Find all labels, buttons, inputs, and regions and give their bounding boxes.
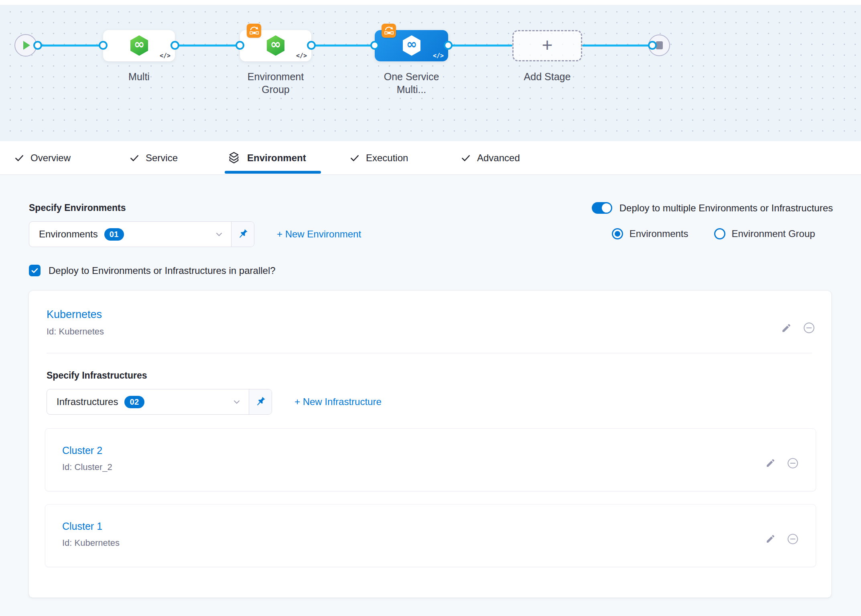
pipeline-edge [175, 45, 240, 47]
edit-pencil-button[interactable] [766, 534, 776, 544]
svg-text:∞: ∞ [270, 36, 281, 52]
remove-minus-button[interactable] [787, 457, 799, 469]
multi-deploy-loop-badge-icon [382, 24, 396, 38]
check-icon [14, 153, 24, 163]
tab-label: Advanced [477, 152, 520, 164]
toggle-knob [602, 203, 611, 213]
stage-card-environment-group[interactable]: ∞ </> [240, 30, 311, 61]
count-badge: 02 [124, 396, 144, 408]
environment-info: Kubernetes Id: Kubernetes [47, 308, 104, 337]
environment-layers-icon [227, 151, 241, 165]
check-icon [349, 153, 360, 163]
stage-label: One Service Multi... [375, 70, 448, 96]
deploy-parallel-checkbox-label: Deploy to Environments or Infrastructure… [49, 265, 276, 276]
specify-infrastructures-heading: Specify Infrastructures [47, 370, 831, 381]
infrastructure-card-cluster-2: Cluster 2 Id: Cluster_2 [45, 428, 816, 491]
infrastructures-select: Infrastructures 02 [47, 389, 272, 415]
infrastructure-name-link[interactable]: Cluster 2 [62, 445, 112, 456]
pipeline-edge [311, 45, 375, 47]
add-stage-button[interactable]: + [512, 30, 582, 61]
svg-text:∞: ∞ [134, 36, 144, 52]
check-icon [129, 153, 140, 163]
chevron-down-icon [232, 397, 242, 407]
environments-select: Environments 01 [29, 221, 254, 247]
pipeline-stage-page: ∞ </> Multi ∞ [0, 0, 861, 616]
deploy-parallel-checkbox[interactable] [29, 265, 41, 276]
connector-port [236, 41, 244, 50]
tab-label: Overview [30, 152, 71, 164]
tab-label: Service [146, 152, 178, 164]
harness-cd-icon: ∞ [402, 35, 421, 58]
tab-service[interactable]: Service [129, 141, 178, 174]
pencil-icon [766, 458, 776, 468]
connector-port [33, 41, 42, 50]
new-infrastructure-link[interactable]: + New Infrastructure [294, 396, 382, 407]
select-value-label: Infrastructures [57, 396, 118, 407]
environment-name-link[interactable]: Kubernetes [47, 308, 104, 321]
tab-execution[interactable]: Execution [349, 141, 408, 174]
infrastructure-id: Id: Kubernetes [62, 538, 120, 548]
multi-deploy-toggle[interactable] [592, 202, 612, 214]
tab-label: Execution [366, 152, 408, 164]
tab-environment[interactable]: Environment [227, 141, 306, 174]
tab-advanced[interactable]: Advanced [461, 141, 520, 174]
divider [47, 353, 812, 353]
yaml-code-icon: </> [160, 52, 171, 59]
minus-circle-icon [803, 322, 815, 334]
tab-label: Environment [247, 152, 306, 164]
connector-port [171, 41, 179, 50]
infrastructure-info: Cluster 1 Id: Kubernetes [62, 521, 120, 548]
harness-cd-icon: ∞ [266, 35, 285, 58]
multi-deploy-toggle-label: Deploy to multiple Environments or Infra… [619, 203, 833, 214]
remove-minus-button[interactable] [787, 533, 799, 545]
stop-icon [656, 41, 663, 49]
connector-port [307, 41, 316, 50]
infrastructure-card-cluster-1: Cluster 1 Id: Kubernetes [45, 504, 816, 567]
connector-port [370, 41, 379, 50]
svg-text:∞: ∞ [406, 36, 417, 52]
check-icon [30, 266, 39, 275]
edit-pencil-button[interactable] [781, 323, 792, 333]
infrastructure-id: Id: Cluster_2 [62, 462, 112, 472]
environment-panel: Specify Environments Environments 01 [0, 175, 861, 616]
pipeline-edge [38, 45, 103, 47]
infrastructure-name-link[interactable]: Cluster 1 [62, 521, 120, 532]
pushpin-icon [237, 228, 249, 240]
pin-button[interactable] [249, 389, 272, 414]
chevron-down-icon [214, 229, 224, 239]
select-value-label: Environments [39, 229, 98, 240]
multi-deploy-options: Deploy to multiple Environments or Infra… [592, 202, 833, 239]
multi-deploy-loop-badge-icon [247, 24, 261, 38]
plus-icon: + [542, 36, 553, 54]
stage-card-multi[interactable]: ∞ </> [103, 30, 175, 61]
stage-tabs-bar: Overview Service Environment Execution [0, 141, 861, 175]
yaml-code-icon: </> [296, 52, 307, 59]
environments-select-value[interactable]: Environments 01 [29, 222, 231, 247]
remove-minus-button[interactable] [803, 322, 815, 334]
environment-card-kubernetes: Kubernetes Id: Kubernetes Specify Infras… [29, 291, 831, 598]
connector-port [648, 41, 657, 50]
stage-label: Environment Group [240, 70, 311, 96]
radio-environment-group[interactable] [714, 228, 725, 239]
active-tab-underline [225, 171, 321, 174]
connector-port [99, 41, 108, 50]
new-environment-link[interactable]: + New Environment [277, 229, 361, 240]
pipeline-edge [448, 45, 512, 47]
harness-cd-icon: ∞ [130, 35, 149, 58]
pencil-icon [766, 534, 776, 544]
edit-pencil-button[interactable] [766, 458, 776, 468]
infrastructures-select-value[interactable]: Infrastructures 02 [47, 389, 249, 414]
tab-overview[interactable]: Overview [14, 141, 71, 174]
radio-environment-group-label: Environment Group [732, 228, 815, 239]
pencil-icon [781, 323, 792, 333]
pushpin-icon [254, 396, 266, 408]
play-icon [23, 41, 30, 50]
infrastructure-info: Cluster 2 Id: Cluster_2 [62, 445, 112, 472]
stage-label: Multi [103, 70, 175, 83]
stage-card-one-service-multi[interactable]: ∞ </> [375, 30, 448, 61]
connector-port [444, 41, 453, 50]
count-badge: 01 [104, 228, 124, 241]
add-stage-label: Add Stage [512, 70, 582, 83]
radio-environments[interactable] [612, 228, 623, 239]
pin-button[interactable] [231, 222, 254, 247]
